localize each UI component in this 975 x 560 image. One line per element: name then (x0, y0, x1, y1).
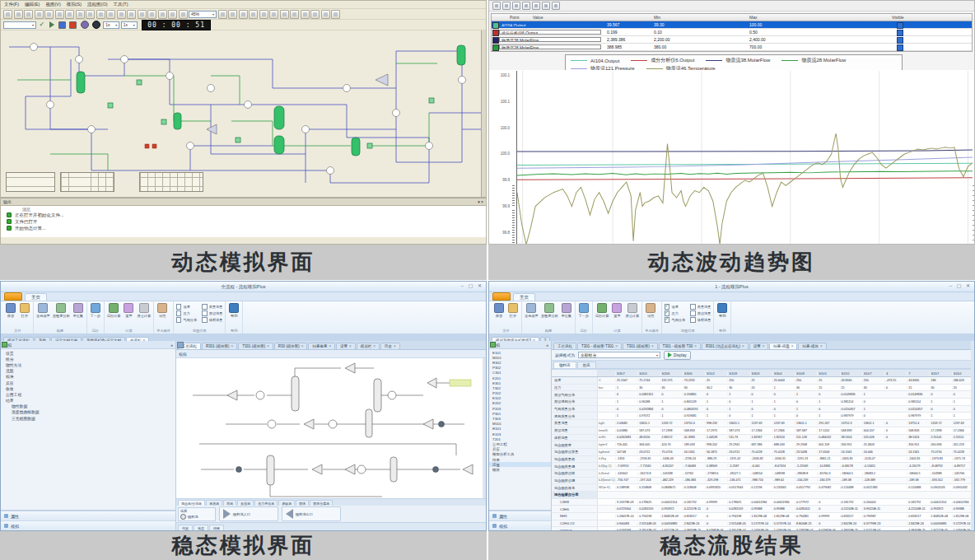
snapshot-icon[interactable] (179, 10, 188, 19)
point-name[interactable]: 物质流38.MolarFlow (499, 37, 601, 43)
trend-point-row[interactable]: 物质流28.MolarFlow 388.985 380.00 700.00 (492, 44, 972, 51)
redo-icon[interactable] (158, 10, 167, 19)
close-icon[interactable]: × (615, 344, 618, 348)
stream-column-header[interactable]: S102 (705, 371, 727, 376)
close-icon[interactable]: × (651, 344, 654, 348)
stream-table-row[interactable]: WATER0.01932683.79147E-071.97222E-054.38… (552, 527, 974, 530)
close-icon[interactable]: × (394, 344, 396, 348)
result-tab[interactable]: R301 (动态反应流程)× (702, 343, 749, 349)
stream-table-row[interactable]: 摩尔气相分率00.038135100.1948610100100.0149836… (552, 391, 974, 399)
menu-item[interactable]: 视图(V) (45, 2, 60, 7)
ungroup-icon[interactable] (310, 10, 320, 19)
stream-column-header[interactable]: S201 (637, 371, 660, 376)
menu-item[interactable]: 文件(F) (4, 2, 19, 7)
copy-icon[interactable] (127, 10, 136, 19)
collapse-icon[interactable]: « (546, 343, 548, 348)
ribbon-button-analysis-icon[interactable]: 灵敏度分析 (541, 303, 558, 318)
stop-icon[interactable] (69, 21, 77, 29)
zoom-in-icon[interactable] (512, 2, 520, 10)
result-tab[interactable]: 设置× (749, 343, 769, 349)
format-combo[interactable]: 全部组分▾ (578, 352, 660, 358)
tree-item[interactable]: 温度焓曲线数据 (1, 409, 175, 415)
zoom-window-icon[interactable] (228, 10, 237, 19)
frame-icon[interactable] (76, 10, 85, 19)
close-icon[interactable]: × (373, 344, 376, 348)
stream-column-header[interactable]: 7 (907, 371, 929, 376)
close-icon[interactable]: × (694, 344, 697, 348)
ribbon-button-analysis-icon[interactable]: 灵敏度分析 (53, 303, 70, 318)
result-tab[interactable]: T301 (模板图)× (623, 343, 658, 349)
cut-icon[interactable] (117, 10, 126, 19)
point-name[interactable]: AI104.Output (499, 22, 601, 28)
palette-tab[interactable]: 塔器 (223, 500, 236, 506)
visible-checkbox[interactable] (897, 44, 903, 51)
paste-icon[interactable] (138, 10, 147, 19)
tree-item[interactable]: 流股 (1, 368, 175, 374)
panel-switch-simulation[interactable]: 模拟 (1, 520, 175, 530)
check-icon[interactable]: ✓ (40, 21, 45, 28)
stream-table-row[interactable]: 混合物摩尔焓kJ/kmol-145602-56174.8-105338-5276… (552, 470, 974, 478)
visible-checkbox[interactable] (897, 37, 903, 44)
stream-table-row[interactable]: C2H4-O20.9000832.92144E-050.000948852.84… (552, 520, 974, 528)
stream-column-header[interactable]: S210 (840, 371, 862, 376)
vertical-scrollbar[interactable] (481, 30, 486, 197)
flowsheet-tab[interactable]: 历史× (380, 343, 400, 349)
stream-column-header[interactable]: S206 (660, 371, 683, 376)
panel-switch-properties[interactable]: 属性 (489, 511, 551, 520)
result-tab[interactable]: 结果-流股× (769, 343, 797, 349)
zoom-in-icon[interactable] (239, 10, 248, 19)
step-combo[interactable]: 1x▾ (121, 21, 138, 29)
tree-item[interactable]: 反应 (1, 380, 175, 385)
result-tab[interactable]: 工艺流程× (553, 343, 576, 349)
app-menu-button[interactable] (492, 292, 511, 301)
close-icon[interactable]: × (820, 344, 823, 348)
stream-table-row[interactable]: C3H60.07259040.02815590.9928724.22157E-1… (552, 506, 974, 513)
stream-column-header[interactable]: S107 (862, 371, 884, 376)
print-icon[interactable] (492, 2, 501, 10)
ribbon-button-settings-icon[interactable]: 全局设置 (525, 303, 539, 318)
palette-tab[interactable]: 固体 (296, 500, 309, 506)
ribbon-button-active-icon[interactable]: 活性 (156, 303, 168, 318)
menu-item[interactable]: 编辑(E) (25, 2, 40, 7)
flowsheet-canvas[interactable] (1, 30, 486, 198)
grid-icon[interactable] (502, 2, 511, 10)
tab-home[interactable]: 主页 (25, 293, 47, 301)
zoom-out-icon[interactable] (522, 2, 530, 10)
visible-checkbox[interactable] (897, 30, 903, 36)
stream-table-row[interactable]: 质量流量kg/h2.0308113611.11209.7213752.4998.… (552, 420, 974, 427)
ribbon-button-active-icon[interactable]: 活性 (645, 303, 656, 318)
measure-icon[interactable] (542, 2, 550, 10)
stream-column-header[interactable]: S109 (727, 371, 749, 376)
vertical-scrollbar[interactable] (971, 341, 974, 530)
menu-item[interactable]: 工具(T) (114, 2, 128, 7)
menu-item[interactable]: 模拟(S) (67, 2, 82, 7)
stream-result-checkbox[interactable]: 气相分率 (665, 317, 685, 323)
ribbon-button-save-icon[interactable]: 保存 (5, 303, 16, 318)
image-icon[interactable] (96, 10, 105, 19)
point-name[interactable]: 物质流28.MolarFlow (499, 44, 601, 50)
stream-result-checkbox[interactable]: 体积流量 (202, 317, 222, 323)
flowsheet-tab[interactable]: 模拟栏× (357, 343, 380, 349)
trend-point-row[interactable]: AI104.Output 39.567 39.30 100.00 (492, 21, 972, 29)
stream-table-row[interactable]: 液相质量分率10.9707210.9196811011010.98797900.… (552, 413, 974, 420)
trend-point-row[interactable]: 物质流38.MolarFlow 2,389.386 2,200.00 2,400… (492, 36, 972, 44)
ribbon-button-next-icon[interactable]: 下一步 (90, 303, 101, 318)
pause-icon[interactable] (58, 21, 66, 29)
close-icon[interactable]: × (267, 344, 269, 348)
flowsheet-tab[interactable]: T301 (模块图)× (238, 343, 273, 349)
material-outlet-button[interactable]: 物料流出口 (282, 506, 341, 521)
result-tab[interactable]: T301 - 模板图 T301× (577, 343, 622, 349)
stream-table-row[interactable]: 混合物摩尔分率 (552, 492, 974, 499)
stream-table-row[interactable]: 摩尔液相分率10.9618810.8051391011010.98511400.… (552, 399, 974, 406)
bottom-tab[interactable]: 状态 (194, 525, 208, 530)
stream-table-row[interactable]: 摩尔流量kmol/h0.01886587.07317.2398568.83317… (552, 427, 974, 435)
tree-item[interactable]: 三元相图数据 (1, 415, 175, 421)
stream-result-checkbox[interactable]: 摩尔流量 (202, 310, 222, 316)
stream-result-checkbox[interactable]: 质量流量 (202, 304, 222, 310)
new-icon[interactable] (3, 10, 12, 19)
stream-table-row[interactable]: 混合物摩尔质量kg/kmol107.6823.071275.071624.134… (552, 449, 974, 456)
collapse-icon[interactable]: « (170, 343, 173, 348)
tree-item[interactable]: 设置 (1, 350, 175, 356)
stream-column-header[interactable]: S307 (615, 371, 637, 376)
tree-item[interactable]: 组分 (1, 356, 175, 362)
